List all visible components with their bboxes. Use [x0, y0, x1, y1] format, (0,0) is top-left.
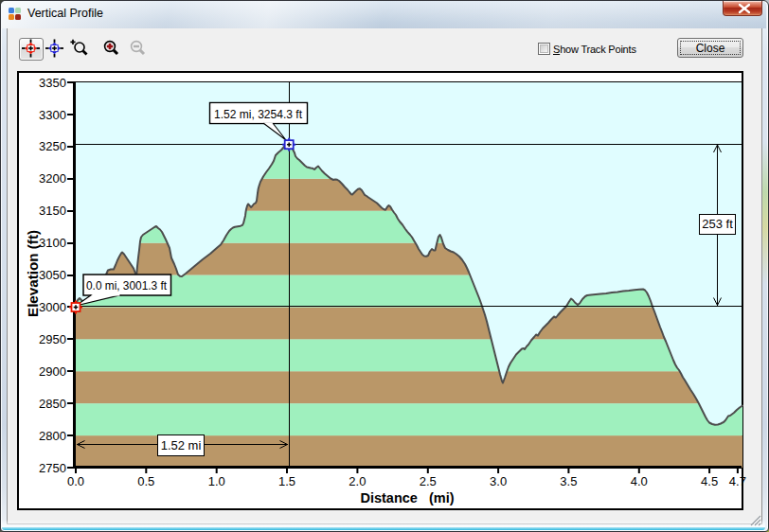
svg-text:4.7: 4.7 [729, 474, 746, 488]
svg-text:3150: 3150 [39, 204, 66, 218]
svg-text:3.0: 3.0 [490, 474, 507, 488]
svg-text:1.52 mi, 3254.3 ft: 1.52 mi, 3254.3 ft [214, 108, 303, 121]
svg-text:3100: 3100 [39, 236, 66, 250]
svg-text:2750: 2750 [39, 461, 66, 475]
svg-text:0.0 mi, 3001.3 ft: 0.0 mi, 3001.3 ft [86, 279, 167, 293]
svg-text:Elevation (ft): Elevation (ft) [26, 230, 41, 317]
svg-text:Distance (mi): Distance (mi) [360, 490, 454, 505]
svg-text:3050: 3050 [39, 268, 66, 282]
svg-text:253 ft: 253 ft [702, 217, 733, 231]
svg-text:2850: 2850 [39, 397, 66, 411]
svg-text:2.0: 2.0 [349, 474, 366, 488]
svg-text:2.5: 2.5 [420, 474, 437, 488]
svg-text:3.5: 3.5 [560, 474, 577, 488]
svg-text:3200: 3200 [39, 171, 66, 186]
svg-text:2800: 2800 [39, 429, 66, 443]
svg-text:3300: 3300 [39, 108, 66, 122]
svg-text:2900: 2900 [39, 364, 66, 379]
svg-text:4.0: 4.0 [631, 474, 648, 488]
svg-text:3250: 3250 [39, 139, 66, 153]
svg-text:1.52 mi: 1.52 mi [161, 438, 202, 452]
svg-text:2950: 2950 [39, 332, 66, 346]
svg-text:1.0: 1.0 [208, 474, 225, 488]
svg-text:3000: 3000 [39, 300, 66, 314]
svg-text:4.5: 4.5 [701, 474, 718, 488]
svg-text:1.5: 1.5 [278, 474, 295, 488]
svg-text:0.5: 0.5 [137, 474, 154, 488]
svg-text:0.0: 0.0 [67, 474, 84, 488]
svg-text:3350: 3350 [39, 76, 66, 90]
